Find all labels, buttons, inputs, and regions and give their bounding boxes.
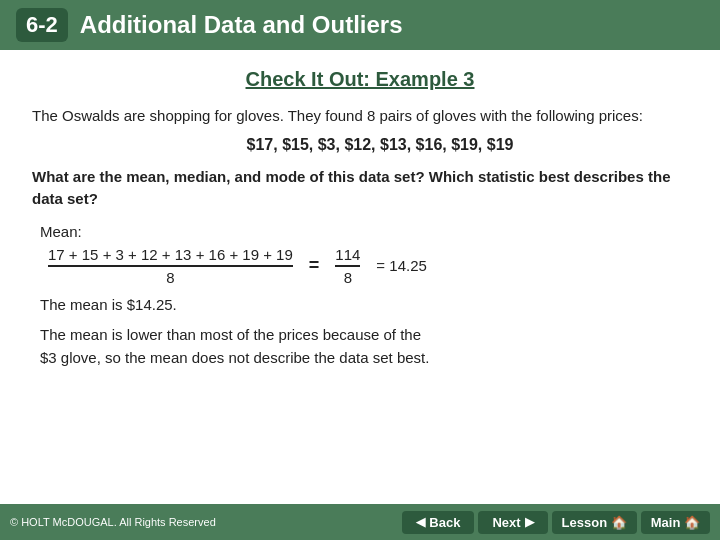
sum-denominator: 8 (166, 267, 174, 286)
section-badge: 6-2 (16, 8, 68, 42)
copyright-text: © HOLT McDOUGAL. All Rights Reserved (10, 516, 216, 528)
page-title: Additional Data and Outliers (80, 11, 403, 39)
back-button[interactable]: ◀ Back (402, 511, 474, 534)
lesson-button[interactable]: Lesson 🏠 (552, 511, 637, 534)
main-content: Check It Out: Example 3 The Oswalds are … (0, 50, 720, 379)
prices-list: $17, $15, $3, $12, $13, $16, $19, $19 (72, 136, 688, 154)
result-fraction: 114 8 (335, 246, 360, 286)
main-button[interactable]: Main 🏠 (641, 511, 710, 534)
footer-nav-buttons: ◀ Back Next ▶ Lesson 🏠 Main 🏠 (402, 511, 710, 534)
result-decimal: = 14.25 (376, 257, 426, 274)
calculation-row: 17 + 15 + 3 + 12 + 13 + 16 + 19 + 19 8 =… (48, 246, 688, 286)
mean-label: Mean: (40, 223, 688, 240)
equals-sign: = (309, 255, 320, 276)
next-label: Next (492, 515, 520, 530)
mean-result-text: The mean is $14.25. (40, 296, 688, 313)
main-home-icon: 🏠 (684, 515, 700, 530)
lesson-home-icon: 🏠 (611, 515, 627, 530)
back-label: Back (429, 515, 460, 530)
example-heading: Check It Out: Example 3 (32, 68, 688, 91)
note-text: The mean is lower than most of the price… (40, 323, 688, 370)
footer: © HOLT McDOUGAL. All Rights Reserved ◀ B… (0, 504, 720, 540)
next-button[interactable]: Next ▶ (478, 511, 547, 534)
sum-fraction: 17 + 15 + 3 + 12 + 13 + 16 + 19 + 19 8 (48, 246, 293, 286)
result-numerator: 114 (335, 246, 360, 267)
back-arrow-icon: ◀ (416, 515, 425, 529)
result-denominator: 8 (344, 267, 352, 286)
question-text: What are the mean, median, and mode of t… (32, 166, 688, 211)
sum-numerator: 17 + 15 + 3 + 12 + 13 + 16 + 19 + 19 (48, 246, 293, 267)
intro-text: The Oswalds are shopping for gloves. The… (32, 105, 688, 128)
main-label: Main (651, 515, 681, 530)
next-arrow-icon: ▶ (525, 515, 534, 529)
header: 6-2 Additional Data and Outliers (0, 0, 720, 50)
lesson-label: Lesson (562, 515, 608, 530)
